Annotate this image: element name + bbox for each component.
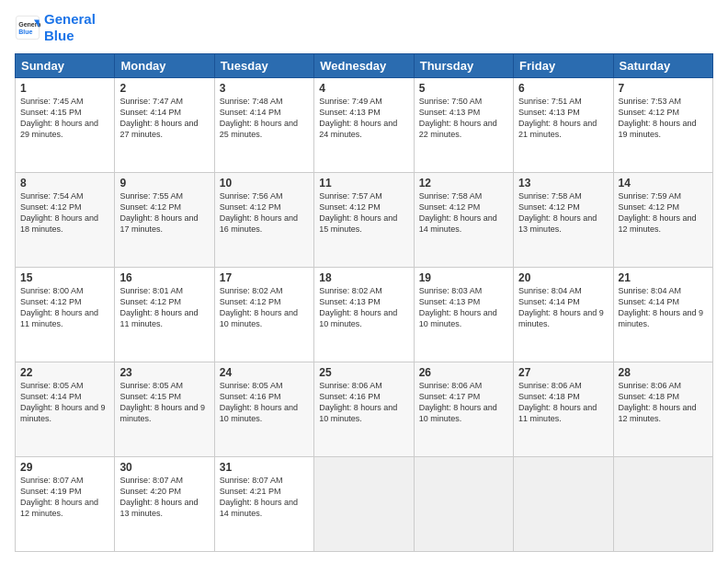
empty-cell (613, 457, 712, 552)
day-cell-22: 22Sunrise: 8:05 AMSunset: 4:14 PMDayligh… (16, 362, 115, 457)
svg-text:Blue: Blue (18, 29, 32, 35)
day-cell-1: 1Sunrise: 7:45 AMSunset: 4:15 PMDaylight… (16, 78, 115, 173)
week-row-1: 1Sunrise: 7:45 AMSunset: 4:15 PMDaylight… (16, 78, 713, 173)
day-number: 5 (419, 82, 508, 95)
day-cell-7: 7Sunrise: 7:53 AMSunset: 4:12 PMDaylight… (613, 78, 712, 173)
day-number: 31 (220, 461, 309, 474)
cell-info: Sunrise: 7:45 AMSunset: 4:15 PMDaylight:… (20, 96, 109, 141)
logo: General Blue GeneralBlue (15, 11, 96, 44)
empty-cell (314, 457, 414, 552)
day-number: 21 (619, 271, 708, 284)
page-container: General Blue GeneralBlue SundayMondayTue… (0, 0, 728, 563)
cell-info: Sunrise: 8:07 AMSunset: 4:19 PMDaylight:… (20, 475, 109, 520)
cell-info: Sunrise: 8:05 AMSunset: 4:14 PMDaylight:… (20, 380, 109, 425)
cell-info: Sunrise: 8:04 AMSunset: 4:14 PMDaylight:… (619, 285, 708, 330)
day-number: 22 (20, 366, 109, 379)
day-header-monday: Monday (115, 54, 214, 78)
cell-info: Sunrise: 8:00 AMSunset: 4:12 PMDaylight:… (20, 285, 109, 330)
svg-rect-0 (16, 16, 39, 39)
cell-info: Sunrise: 8:07 AMSunset: 4:20 PMDaylight:… (119, 475, 209, 520)
day-cell-14: 14Sunrise: 7:59 AMSunset: 4:12 PMDayligh… (613, 173, 712, 268)
day-header-saturday: Saturday (613, 54, 712, 78)
day-number: 30 (119, 461, 209, 474)
day-number: 19 (419, 271, 508, 284)
cell-info: Sunrise: 7:54 AMSunset: 4:12 PMDaylight:… (20, 190, 109, 236)
day-cell-21: 21Sunrise: 8:04 AMSunset: 4:14 PMDayligh… (613, 268, 712, 362)
day-number: 2 (119, 82, 209, 95)
week-row-5: 29Sunrise: 8:07 AMSunset: 4:19 PMDayligh… (16, 457, 713, 552)
cell-info: Sunrise: 7:56 AMSunset: 4:12 PMDaylight:… (220, 190, 309, 236)
day-cell-13: 13Sunrise: 7:58 AMSunset: 4:12 PMDayligh… (514, 173, 613, 268)
day-number: 29 (20, 461, 109, 474)
week-row-2: 8Sunrise: 7:54 AMSunset: 4:12 PMDaylight… (16, 173, 713, 268)
empty-cell (514, 457, 613, 552)
day-cell-5: 5Sunrise: 7:50 AMSunset: 4:13 PMDaylight… (414, 78, 513, 173)
week-row-4: 22Sunrise: 8:05 AMSunset: 4:14 PMDayligh… (16, 362, 713, 457)
day-cell-31: 31Sunrise: 8:07 AMSunset: 4:21 PMDayligh… (214, 457, 313, 552)
day-cell-18: 18Sunrise: 8:02 AMSunset: 4:13 PMDayligh… (314, 268, 414, 362)
cell-info: Sunrise: 8:02 AMSunset: 4:13 PMDaylight:… (319, 285, 408, 330)
cell-info: Sunrise: 7:48 AMSunset: 4:14 PMDaylight:… (220, 96, 309, 141)
day-number: 11 (319, 177, 408, 190)
day-cell-4: 4Sunrise: 7:49 AMSunset: 4:13 PMDaylight… (314, 78, 414, 173)
cell-info: Sunrise: 8:03 AMSunset: 4:13 PMDaylight:… (419, 285, 508, 330)
day-number: 15 (20, 271, 109, 284)
day-number: 13 (518, 177, 608, 190)
day-cell-6: 6Sunrise: 7:51 AMSunset: 4:13 PMDaylight… (514, 78, 613, 173)
day-number: 25 (319, 366, 408, 379)
cell-info: Sunrise: 7:49 AMSunset: 4:13 PMDaylight:… (319, 96, 408, 141)
day-number: 17 (220, 271, 309, 284)
cell-info: Sunrise: 7:59 AMSunset: 4:12 PMDaylight:… (619, 190, 708, 236)
day-number: 3 (220, 82, 309, 95)
day-cell-9: 9Sunrise: 7:55 AMSunset: 4:12 PMDaylight… (115, 173, 214, 268)
day-header-thursday: Thursday (414, 54, 513, 78)
day-cell-20: 20Sunrise: 8:04 AMSunset: 4:14 PMDayligh… (514, 268, 613, 362)
logo-icon: General Blue (15, 15, 40, 40)
cell-info: Sunrise: 7:57 AMSunset: 4:12 PMDaylight:… (319, 190, 408, 236)
day-cell-16: 16Sunrise: 8:01 AMSunset: 4:12 PMDayligh… (115, 268, 214, 362)
day-cell-28: 28Sunrise: 8:06 AMSunset: 4:18 PMDayligh… (613, 362, 712, 457)
day-cell-2: 2Sunrise: 7:47 AMSunset: 4:14 PMDaylight… (115, 78, 214, 173)
logo-text: GeneralBlue (44, 11, 96, 44)
cell-info: Sunrise: 8:02 AMSunset: 4:12 PMDaylight:… (220, 285, 309, 330)
day-number: 24 (220, 366, 309, 379)
day-cell-24: 24Sunrise: 8:05 AMSunset: 4:16 PMDayligh… (214, 362, 313, 457)
day-cell-12: 12Sunrise: 7:58 AMSunset: 4:12 PMDayligh… (414, 173, 513, 268)
day-cell-30: 30Sunrise: 8:07 AMSunset: 4:20 PMDayligh… (115, 457, 214, 552)
day-cell-19: 19Sunrise: 8:03 AMSunset: 4:13 PMDayligh… (414, 268, 513, 362)
calendar-header-row: SundayMondayTuesdayWednesdayThursdayFrid… (16, 54, 713, 78)
day-cell-15: 15Sunrise: 8:00 AMSunset: 4:12 PMDayligh… (16, 268, 115, 362)
day-number: 26 (419, 366, 508, 379)
calendar-table: SundayMondayTuesdayWednesdayThursdayFrid… (15, 53, 713, 552)
cell-info: Sunrise: 8:05 AMSunset: 4:15 PMDaylight:… (119, 380, 209, 425)
day-number: 14 (619, 177, 708, 190)
day-number: 16 (119, 271, 209, 284)
day-number: 1 (20, 82, 109, 95)
header: General Blue GeneralBlue (15, 11, 713, 44)
cell-info: Sunrise: 7:58 AMSunset: 4:12 PMDaylight:… (419, 190, 508, 236)
day-number: 12 (419, 177, 508, 190)
day-number: 23 (119, 366, 209, 379)
day-header-friday: Friday (514, 54, 613, 78)
day-header-wednesday: Wednesday (314, 54, 414, 78)
day-cell-8: 8Sunrise: 7:54 AMSunset: 4:12 PMDaylight… (16, 173, 115, 268)
cell-info: Sunrise: 8:04 AMSunset: 4:14 PMDaylight:… (518, 285, 608, 330)
cell-info: Sunrise: 7:51 AMSunset: 4:13 PMDaylight:… (518, 96, 608, 141)
week-row-3: 15Sunrise: 8:00 AMSunset: 4:12 PMDayligh… (16, 268, 713, 362)
day-cell-10: 10Sunrise: 7:56 AMSunset: 4:12 PMDayligh… (214, 173, 313, 268)
day-number: 9 (119, 177, 209, 190)
day-number: 7 (619, 82, 708, 95)
day-cell-3: 3Sunrise: 7:48 AMSunset: 4:14 PMDaylight… (214, 78, 313, 173)
empty-cell (414, 457, 513, 552)
day-cell-25: 25Sunrise: 8:06 AMSunset: 4:16 PMDayligh… (314, 362, 414, 457)
cell-info: Sunrise: 8:06 AMSunset: 4:18 PMDaylight:… (518, 380, 608, 425)
cell-info: Sunrise: 8:01 AMSunset: 4:12 PMDaylight:… (119, 285, 209, 330)
cell-info: Sunrise: 7:55 AMSunset: 4:12 PMDaylight:… (119, 190, 209, 236)
day-number: 18 (319, 271, 408, 284)
cell-info: Sunrise: 7:58 AMSunset: 4:12 PMDaylight:… (518, 190, 608, 236)
day-cell-26: 26Sunrise: 8:06 AMSunset: 4:17 PMDayligh… (414, 362, 513, 457)
cell-info: Sunrise: 7:53 AMSunset: 4:12 PMDaylight:… (619, 96, 708, 141)
day-cell-23: 23Sunrise: 8:05 AMSunset: 4:15 PMDayligh… (115, 362, 214, 457)
day-cell-11: 11Sunrise: 7:57 AMSunset: 4:12 PMDayligh… (314, 173, 414, 268)
day-number: 20 (518, 271, 608, 284)
